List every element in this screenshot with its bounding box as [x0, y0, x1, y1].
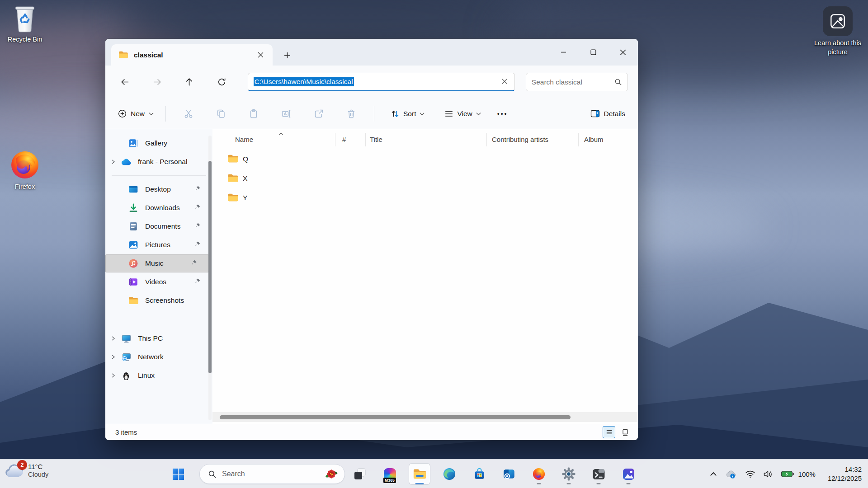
sidebar-item-downloads[interactable]: Downloads	[105, 199, 212, 217]
refresh-button[interactable]	[212, 73, 231, 91]
m365-copilot-button[interactable]: M365	[379, 463, 401, 485]
file-row-folder-y[interactable]: Y	[212, 188, 638, 207]
view-button[interactable]: View	[440, 106, 485, 122]
battery-percentage[interactable]: 100%	[798, 470, 816, 478]
search-placeholder: Search classical	[532, 78, 614, 86]
battery-icon[interactable]	[781, 469, 794, 479]
share-button[interactable]	[309, 105, 329, 123]
column-header-contributing-artists[interactable]: Contributing artists	[492, 129, 548, 149]
back-button[interactable]	[115, 73, 135, 91]
search-placeholder: Search	[222, 470, 319, 478]
terminal-button[interactable]	[588, 463, 609, 485]
settings-button[interactable]	[558, 463, 580, 485]
column-header-album[interactable]: Album	[584, 129, 604, 149]
desktop-icon-firefox[interactable]: Firefox	[0, 150, 50, 192]
file-explorer-button[interactable]	[409, 463, 430, 485]
forward-button[interactable]	[147, 73, 167, 91]
chevron-right-icon[interactable]	[105, 336, 121, 341]
sidebar-item-pictures[interactable]: Pictures	[105, 236, 212, 254]
rename-button[interactable]	[276, 105, 296, 123]
outlook-button[interactable]	[498, 463, 520, 485]
onedrive-tray-icon[interactable]	[725, 469, 737, 479]
column-divider[interactable]	[335, 133, 335, 146]
column-header-number[interactable]: #	[342, 129, 346, 149]
toolbar-divider	[165, 106, 166, 122]
column-header-name[interactable]: Name	[235, 129, 253, 149]
speaker-icon	[763, 470, 773, 479]
column-divider[interactable]	[486, 133, 487, 146]
horizontal-scrollbar-track[interactable]	[212, 412, 638, 422]
task-view-button[interactable]	[349, 463, 371, 485]
notification-badge: 2	[17, 460, 27, 470]
sidebar-item-gallery[interactable]: Gallery	[105, 134, 212, 152]
column-divider[interactable]	[365, 133, 366, 146]
horizontal-scrollbar-thumb[interactable]	[220, 415, 571, 419]
pictures-icon	[128, 239, 139, 250]
desktop-icon-recycle-bin[interactable]: Recycle Bin	[0, 5, 50, 44]
more-options-button[interactable]: •••	[491, 107, 514, 121]
chevron-right-icon[interactable]	[105, 354, 121, 360]
copy-button[interactable]	[211, 105, 231, 123]
desktop-icon-learn-about-picture[interactable]: Learn about this picture	[813, 6, 863, 56]
maximize-button[interactable]	[578, 39, 608, 66]
time: 14:32	[828, 465, 862, 474]
clock-widget[interactable]: 14:32 12/12/2025	[828, 465, 862, 483]
thumbnail-view-toggle[interactable]	[619, 426, 632, 438]
close-button[interactable]	[608, 39, 638, 66]
file-row-folder-q[interactable]: Q	[212, 149, 638, 169]
arrow-left-icon	[120, 77, 130, 87]
paste-button[interactable]	[244, 105, 264, 123]
search-icon	[208, 470, 217, 479]
sidebar-item-screenshots[interactable]: Screenshots	[105, 291, 212, 310]
weather-widget[interactable]: 2 11°C Cloudy	[5, 463, 48, 478]
sidebar-item-linux[interactable]: Linux	[105, 366, 212, 385]
weather-condition: Cloudy	[28, 471, 48, 478]
edge-button[interactable]	[439, 463, 460, 485]
taskbar-search-box[interactable]: Search	[199, 464, 345, 484]
delete-button[interactable]	[341, 105, 361, 123]
pin-icon	[194, 222, 201, 231]
volume-icon[interactable]	[763, 470, 773, 479]
up-button[interactable]	[179, 73, 199, 91]
sidebar-item-network[interactable]: Network	[105, 348, 212, 366]
start-button[interactable]	[167, 463, 189, 485]
chevron-right-icon[interactable]	[105, 159, 121, 164]
new-button[interactable]: New	[113, 106, 159, 122]
sidebar-item-music[interactable]: Music	[105, 254, 209, 272]
sidebar-item-videos[interactable]: Videos	[105, 273, 212, 291]
sidebar-item-this-pc[interactable]: This PC	[105, 329, 212, 347]
explorer-search-box[interactable]: Search classical	[526, 73, 628, 91]
minimize-button[interactable]	[548, 39, 578, 66]
sidebar-scrollbar-thumb[interactable]	[208, 161, 212, 373]
file-row-folder-x[interactable]: X	[212, 169, 638, 188]
photos-button[interactable]	[618, 463, 639, 485]
desktop-icon	[128, 184, 139, 195]
microsoft-store-button[interactable]	[468, 463, 490, 485]
hidden-icons-chevron[interactable]	[710, 471, 717, 477]
wifi-icon	[745, 470, 755, 478]
sidebar-item-documents[interactable]: Documents	[105, 217, 212, 235]
tab-classical[interactable]: classical	[111, 44, 273, 66]
cut-button[interactable]	[179, 105, 198, 123]
wifi-icon[interactable]	[745, 470, 755, 478]
new-tab-button[interactable]	[279, 47, 295, 63]
sidebar-item-onedrive[interactable]: frank - Personal	[105, 153, 212, 171]
sort-button[interactable]: Sort	[386, 106, 429, 122]
address-bar[interactable]: C:\Users\hawen\Music\classical	[248, 73, 515, 91]
address-text-selected[interactable]: C:\Users\hawen\Music\classical	[254, 78, 500, 86]
sidebar-item-desktop[interactable]: Desktop	[105, 180, 212, 198]
running-indicator	[537, 483, 541, 485]
taskbar-app-icons: M365	[349, 463, 639, 485]
details-pane-button[interactable]: Details	[585, 106, 631, 122]
onedrive-icon	[121, 156, 132, 167]
chevron-right-icon[interactable]	[105, 373, 121, 378]
column-header-title[interactable]: Title	[370, 129, 382, 149]
column-divider[interactable]	[578, 133, 579, 146]
photos-icon	[622, 468, 635, 481]
clear-address-button[interactable]	[500, 78, 509, 86]
firefox-button[interactable]	[528, 463, 550, 485]
tab-close-button[interactable]	[254, 48, 267, 62]
details-view-toggle[interactable]	[603, 426, 615, 438]
desktop-icon-label: Recycle Bin	[8, 35, 42, 44]
sidebar-item-label: Desktop	[145, 185, 194, 193]
